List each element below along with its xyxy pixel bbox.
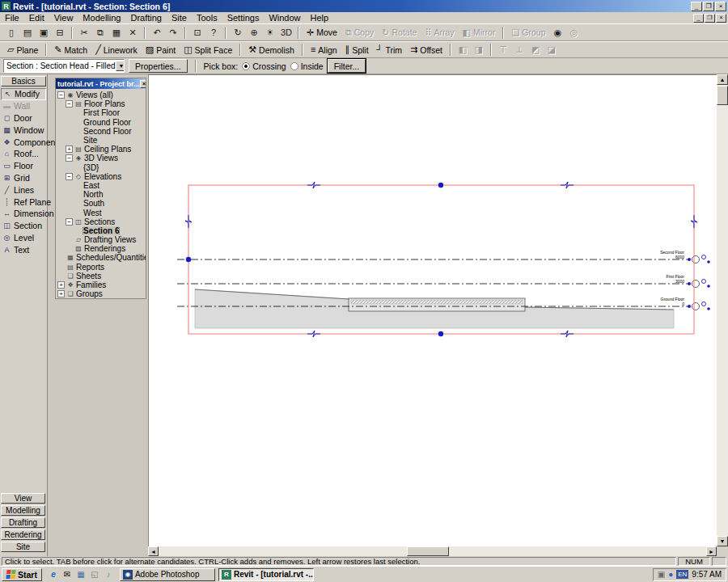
design-bar-item-text[interactable]: AText [1,243,46,255]
menu-edit[interactable]: Edit [24,13,49,23]
collapse-icon[interactable]: − [66,154,73,162]
properties-button[interactable]: Properties... [129,59,188,73]
tree-item-views-all[interactable]: −◉Views (all) [57,91,146,99]
menu-window[interactable]: Window [264,13,305,23]
attach-button[interactable]: ◩ [527,43,544,57]
mirror-button[interactable]: ◧Mirror [459,25,500,40]
level-second-floor[interactable]: Second Floor 6000 [177,250,710,264]
expand-icon[interactable]: + [57,281,65,289]
design-bar-item-dimension[interactable]: ↔Dimension [1,208,46,220]
display-settings-icon[interactable]: ▣ [658,571,665,579]
rotate-button[interactable]: ↻Rotate [378,25,421,40]
pick-button[interactable]: ⊡ [189,25,205,40]
menu-drafting[interactable]: Drafting [125,13,167,23]
collapse-icon[interactable]: − [57,91,65,99]
tree-item-site[interactable]: Site [74,136,146,145]
tree-item-3d[interactable]: {3D} [74,163,146,172]
crop-break-control[interactable] [561,331,574,337]
paste-button[interactable]: ▦ [108,25,125,40]
crop-break-control[interactable] [307,331,320,337]
crossing-radio-group[interactable]: Crossing [242,61,286,71]
context-help-button[interactable]: ? [205,25,222,40]
demolish-button[interactable]: ⚒Demolish [244,43,298,57]
drawing-canvas[interactable]: Second Floor 6000 First Floor 3000 Groun… [148,74,717,546]
crop-break-control[interactable] [561,182,574,188]
shadows-button[interactable]: ☀ [262,25,278,40]
tree-item-drafting-views[interactable]: ▱Drafting Views [66,235,146,244]
project-browser-titlebar[interactable]: tutorial.rvt - Project br... × [56,78,146,89]
scroll-up-icon[interactable]: ▲ [717,74,728,85]
mdi-restore-button[interactable]: ❐ [705,14,715,23]
group-button[interactable]: ❏Group [507,25,549,40]
move-button[interactable]: ✛Move [303,25,341,40]
copy-button[interactable]: ⧉ [92,25,108,40]
redo-button[interactable]: ↷ [165,25,181,40]
menu-settings[interactable]: Settings [222,13,265,23]
tree-item-ground-floor[interactable]: Ground Floor [74,118,146,127]
design-bar-item-grid[interactable]: ⊞Grid [1,172,46,184]
design-bar-item-section[interactable]: ◫Section [1,220,46,232]
linework-button[interactable]: ╱Linework [91,43,142,57]
copy-tool-button[interactable]: ⧉Copy [341,25,378,40]
split-button[interactable]: ∥Split [341,43,373,57]
clock[interactable]: 9:57 AM [692,570,722,579]
crossing-radio[interactable] [242,62,250,70]
offset-button[interactable]: ⇉Offset [406,43,447,57]
internet-explorer-icon[interactable]: e [48,569,59,580]
edit-cut-profile-button[interactable]: ◧ [455,43,471,57]
edit-join-button[interactable]: ◨ [471,43,487,57]
paint-button[interactable]: ▨Paint [142,43,180,57]
taskbar-item-photoshop[interactable]: ◉ Adobe Photoshop [120,568,215,581]
tree-item-east[interactable]: East [74,181,146,190]
tree-item-ceiling-plans[interactable]: +▤Ceiling Plans [66,145,146,154]
expand-icon[interactable]: + [66,146,73,153]
menu-modelling[interactable]: Modelling [78,13,125,23]
split-face-button[interactable]: ◫Split Face [180,43,236,57]
inside-radio-group[interactable]: Inside [290,61,324,71]
tree-item-sections[interactable]: −◫Sections [66,217,146,226]
3d-view-button[interactable]: 3D [278,25,294,40]
minimize-button[interactable]: _ [691,2,702,11]
design-bar-item-roof[interactable]: ⌂Roof... [1,148,46,160]
mdi-minimize-button[interactable]: _ [693,14,704,23]
crop-break-control[interactable] [185,215,192,228]
maximize-button[interactable]: ❐ [703,2,714,11]
menu-file[interactable]: File [0,13,24,23]
detach-button[interactable]: ◪ [544,43,560,57]
tree-item-renderings[interactable]: ▨Renderings [66,244,146,253]
cut-button[interactable]: ✂ [76,25,92,40]
tree-item-second-floor[interactable]: Second Floor [74,127,146,136]
undo-button[interactable]: ↶ [149,25,165,40]
tree-item-families[interactable]: +❖Families [57,280,146,289]
tree-item-first-floor[interactable]: First Floor [74,108,146,117]
design-bar-item-lines[interactable]: ╱Lines [1,183,46,196]
level-drag-handle[interactable] [186,257,191,262]
close-icon[interactable]: × [140,80,146,88]
menu-view[interactable]: View [49,13,78,23]
type-selector-dropdown[interactable]: Section : Section Head - Filled ▼ [3,59,125,73]
mail-icon[interactable]: ✉ [61,569,73,580]
crop-drag-handle-bottom[interactable] [438,331,443,336]
tab-rendering[interactable]: Rendering [1,529,45,540]
scroll-left-icon[interactable]: ◄ [148,546,159,556]
print-button[interactable]: ⊟ [52,25,68,40]
collapse-icon[interactable]: − [66,100,73,108]
tree-item-reports[interactable]: ▤Reports [57,263,146,272]
close-button[interactable]: × [715,2,726,11]
tab-basics[interactable]: Basics [1,76,46,86]
new-file-button[interactable]: ▯ [3,25,19,40]
filter-button[interactable]: Filter... [328,59,366,73]
design-bar-item-ref-plane[interactable]: ┊Ref Plane [1,196,46,208]
design-bar-item-window[interactable]: ▦Window [1,124,46,136]
mdi-close-button[interactable]: × [716,14,726,23]
tree-item-3d-views[interactable]: −◈3D Views [66,154,146,162]
menu-tools[interactable]: Tools [192,13,222,23]
trim-button[interactable]: ┘Trim [373,43,406,57]
tree-item-west[interactable]: West [74,208,146,217]
tree-item-groups[interactable]: +❏Groups [57,289,146,298]
delete-button[interactable]: ✕ [125,25,141,40]
media-icon[interactable]: ♪ [103,569,114,580]
taskbar-item-revit[interactable]: R Revit - [tutorial.rvt -... [218,568,314,581]
level-first-floor[interactable]: First Floor 3000 [177,274,710,288]
align-top-button[interactable]: ⊤ [495,43,511,57]
